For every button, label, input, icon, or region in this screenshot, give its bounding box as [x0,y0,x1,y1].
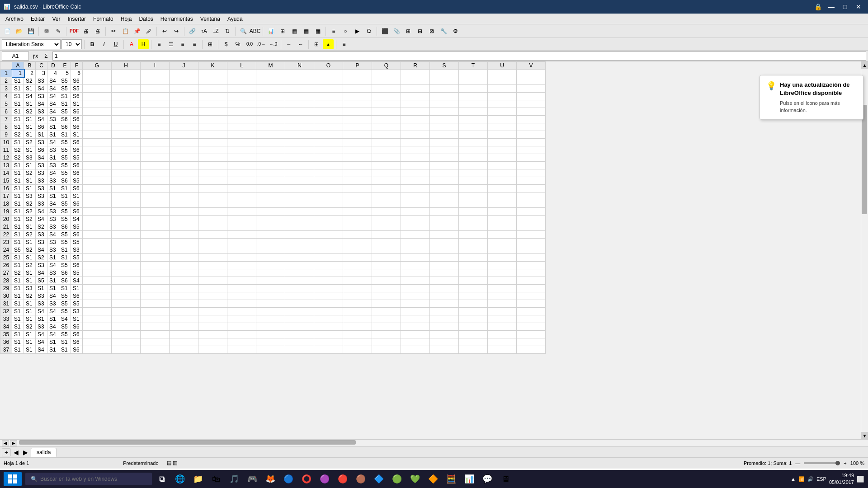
empty-cell[interactable] [372,154,401,162]
empty-cell[interactable] [141,323,170,331]
data-cell[interactable]: 3 [36,70,47,77]
edit-mode-button[interactable]: ✎ [53,26,64,36]
empty-cell[interactable] [459,108,488,116]
empty-cell[interactable] [401,139,430,146]
empty-cell[interactable] [141,315,170,323]
data-cell[interactable]: S1 [47,254,59,262]
empty-cell[interactable] [112,338,141,346]
empty-cell[interactable] [430,169,459,177]
data-cell[interactable]: S3 [47,116,59,123]
row-header-15[interactable]: 15 [0,177,12,185]
empty-cell[interactable] [343,123,372,131]
empty-cell[interactable] [227,277,256,285]
empty-cell[interactable] [401,93,430,100]
data-cell[interactable]: S5 [59,216,71,223]
empty-cell[interactable] [401,208,430,216]
empty-cell[interactable] [112,200,141,208]
more-btn1[interactable]: ▦ [289,26,300,36]
empty-cell[interactable] [459,254,488,262]
empty-cell[interactable] [170,123,198,131]
data-cell[interactable]: S3 [47,208,59,216]
empty-cell[interactable] [170,177,198,185]
data-cell[interactable]: S1 [59,192,71,200]
row-header-8[interactable]: 8 [0,123,12,131]
empty-cell[interactable] [285,123,314,131]
empty-cell[interactable] [430,254,459,262]
row-header-6[interactable]: 6 [0,108,12,116]
empty-cell[interactable] [372,169,401,177]
empty-cell[interactable] [488,262,517,269]
empty-cell[interactable] [430,123,459,131]
data-cell[interactable]: S3 [47,146,59,154]
row-header-12[interactable]: 12 [0,154,12,162]
empty-cell[interactable] [459,216,488,223]
data-cell[interactable]: S6 [59,269,71,277]
taskbar-time[interactable]: 19:49 05/01/2017 [829,472,854,486]
empty-cell[interactable] [198,246,227,254]
data-cell[interactable]: S3 [47,239,59,246]
empty-cell[interactable] [517,146,546,154]
col-header-G[interactable]: G [83,62,112,70]
empty-cell[interactable] [256,100,285,108]
col-header-K[interactable]: K [198,62,227,70]
empty-cell[interactable] [256,139,285,146]
empty-cell[interactable] [488,315,517,323]
data-cell[interactable]: S1 [12,223,24,231]
data-cell[interactable]: S4 [36,331,47,338]
empty-cell[interactable] [83,262,112,269]
data-cell[interactable]: S5 [59,77,71,85]
app-icon-2[interactable]: ⭕ [298,472,315,486]
empty-cell[interactable] [459,123,488,131]
currency-button[interactable]: $ [221,39,231,49]
calc-icon[interactable]: 🧮 [443,472,459,486]
empty-cell[interactable] [488,300,517,308]
data-cell[interactable]: S3 [36,162,47,169]
empty-cell[interactable] [372,246,401,254]
empty-cell[interactable] [517,108,546,116]
data-cell[interactable]: S5 [59,231,71,239]
empty-cell[interactable] [83,77,112,85]
empty-cell[interactable] [170,77,198,85]
data-cell[interactable]: S4 [47,169,59,177]
inc-decimal-button[interactable]: .0→ [256,39,267,49]
row-header-31[interactable]: 31 [0,300,12,308]
empty-cell[interactable] [488,223,517,231]
empty-cell[interactable] [401,146,430,154]
data-cell[interactable]: S1 [12,308,24,315]
empty-cell[interactable] [141,192,170,200]
empty-cell[interactable] [112,116,141,123]
empty-cell[interactable] [343,100,372,108]
empty-cell[interactable] [430,231,459,239]
empty-cell[interactable] [343,300,372,308]
data-cell[interactable]: 5 [59,70,71,77]
empty-cell[interactable] [170,269,198,277]
maximize-button[interactable]: □ [839,2,851,11]
empty-cell[interactable] [488,185,517,192]
empty-cell[interactable] [372,323,401,331]
empty-cell[interactable] [343,346,372,354]
empty-cell[interactable] [285,185,314,192]
empty-cell[interactable] [488,308,517,315]
data-cell[interactable]: S4 [24,93,36,100]
empty-cell[interactable] [314,292,343,300]
empty-cell[interactable] [285,192,314,200]
empty-cell[interactable] [256,200,285,208]
data-cell[interactable]: S4 [36,346,47,354]
more-tb4[interactable]: ⊟ [415,26,425,36]
empty-cell[interactable] [83,239,112,246]
empty-cell[interactable] [198,208,227,216]
empty-cell[interactable] [488,231,517,239]
empty-cell[interactable] [343,146,372,154]
empty-cell[interactable] [141,308,170,315]
data-cell[interactable]: S3 [47,216,59,223]
empty-cell[interactable] [256,131,285,139]
empty-cell[interactable] [459,154,488,162]
empty-cell[interactable] [314,331,343,338]
empty-cell[interactable] [372,231,401,239]
empty-cell[interactable] [141,239,170,246]
empty-cell[interactable] [517,100,546,108]
data-cell[interactable]: S1 [59,285,71,292]
empty-cell[interactable] [314,162,343,169]
empty-cell[interactable] [459,131,488,139]
empty-cell[interactable] [459,77,488,85]
